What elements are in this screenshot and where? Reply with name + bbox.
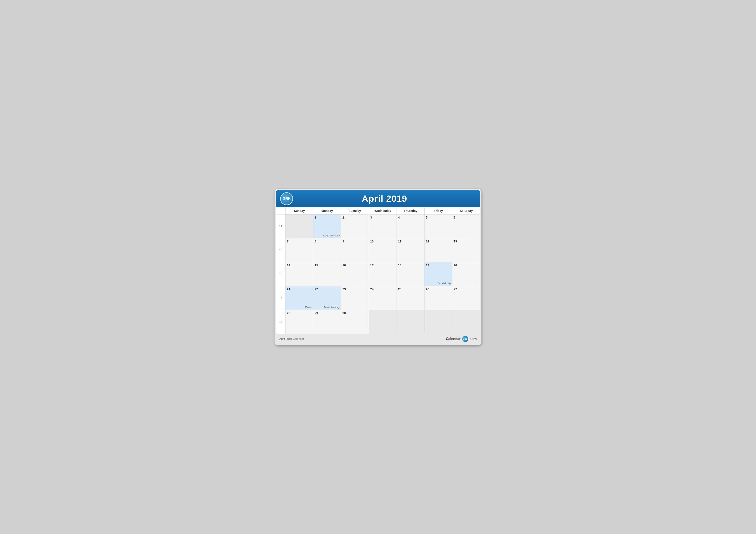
calendar-title: April 2019 xyxy=(293,193,476,204)
day-number: 17 xyxy=(370,264,374,267)
day-number: 7 xyxy=(287,240,288,243)
day-number: 25 xyxy=(398,288,401,291)
day-number: 11 xyxy=(398,240,401,243)
calendar-cell xyxy=(452,310,480,334)
footer-left-text: April 2019 Calendar xyxy=(279,337,304,341)
day-number: 10 xyxy=(370,240,374,243)
calendar-cell: 19Good Friday xyxy=(424,262,452,286)
holiday-label: Good Friday xyxy=(438,282,451,285)
calendar-cell: 28 xyxy=(285,310,313,334)
day-header-thursday: Thursday xyxy=(397,207,424,214)
logo-badge: 365 xyxy=(280,192,293,205)
day-header-saturday: Saturday xyxy=(452,207,480,214)
calendar-cell: 26 xyxy=(424,286,452,310)
calendar-cell: 4 xyxy=(397,215,424,238)
day-number: 2 xyxy=(342,216,344,219)
week-row: 16141516171819Good Friday20 xyxy=(276,262,480,286)
day-number: 1 xyxy=(315,216,316,219)
day-headers: SundayMondayTuesdayWednesdayThursdayFrid… xyxy=(276,207,480,215)
day-header-friday: Friday xyxy=(424,207,452,214)
day-number: 9 xyxy=(342,240,344,243)
calendar-cell: 17 xyxy=(369,262,397,286)
calendar-cell: 22Easter Monday xyxy=(313,286,341,310)
calendar-cell: 29 xyxy=(313,310,341,334)
calendar-cell: 25 xyxy=(397,286,424,310)
holiday-label: Easter Monday xyxy=(324,306,339,309)
day-number: 6 xyxy=(454,216,455,219)
calendar-cell: 21Easter xyxy=(285,286,313,310)
calendar-cell: 24 xyxy=(369,286,397,310)
day-number: 28 xyxy=(287,311,290,315)
week-number: 17 xyxy=(276,286,285,310)
holiday-label: Easter xyxy=(305,306,312,309)
calendar-inner: 365 April 2019 SundayMondayTuesdayWednes… xyxy=(276,190,480,334)
week-number: 15 xyxy=(276,238,285,262)
week-row: 1721Easter22Easter Monday2324252627 xyxy=(276,286,480,310)
holiday-label: April Fool's Day xyxy=(323,234,339,237)
day-number: 27 xyxy=(454,288,457,291)
calendar-cell: 15 xyxy=(313,262,341,286)
calendar-header: 365 April 2019 xyxy=(276,190,480,207)
day-number: 12 xyxy=(426,240,429,243)
calendar-cell: 8 xyxy=(313,238,341,262)
calendar-cell: 2 xyxy=(341,215,369,238)
calendar-cell: 10 xyxy=(369,238,397,262)
day-number: 22 xyxy=(315,288,318,291)
calendar-cell: 27 xyxy=(452,286,480,310)
day-number: 18 xyxy=(398,264,401,267)
calendar-cell: 1April Fool's Day xyxy=(313,215,341,238)
calendar-cell xyxy=(285,215,313,238)
day-header-wednesday: Wednesday xyxy=(369,207,397,214)
calendar-cell: 5 xyxy=(424,215,452,238)
calendar-cell: 20 xyxy=(452,262,480,286)
day-number: 26 xyxy=(426,288,429,291)
week-row: 141April Fool's Day23456 xyxy=(276,215,480,238)
calendar-cell: 11 xyxy=(397,238,424,262)
week-number: 16 xyxy=(276,262,285,286)
week-num-header-blank xyxy=(276,207,285,214)
day-number: 15 xyxy=(315,264,318,267)
calendar-wrapper: 365 April 2019 SundayMondayTuesdayWednes… xyxy=(275,189,481,345)
day-number: 19 xyxy=(426,264,429,267)
day-number: 8 xyxy=(315,240,316,243)
calendar-cell: 23 xyxy=(341,286,369,310)
day-number: 5 xyxy=(426,216,428,219)
day-number: 30 xyxy=(342,311,346,315)
day-number: 13 xyxy=(454,240,457,243)
calendar-cell: 14 xyxy=(285,262,313,286)
footer-brand-after: .com xyxy=(469,337,477,341)
calendar-cell: 9 xyxy=(341,238,369,262)
calendar-grid: 141April Fool's Day234561578910111213161… xyxy=(276,215,480,334)
week-row: 1578910111213 xyxy=(276,238,480,262)
day-number: 20 xyxy=(454,264,457,267)
day-number: 24 xyxy=(370,288,374,291)
day-number: 23 xyxy=(342,288,346,291)
day-header-monday: Monday xyxy=(313,207,341,214)
calendar-cell: 13 xyxy=(452,238,480,262)
calendar-cell: 30 xyxy=(341,310,369,334)
day-number: 4 xyxy=(398,216,400,219)
calendar-cell: 18 xyxy=(397,262,424,286)
calendar-cell xyxy=(424,310,452,334)
calendar-cell: 7 xyxy=(285,238,313,262)
day-number: 21 xyxy=(287,288,290,291)
day-header-sunday: Sunday xyxy=(285,207,313,214)
week-number: 18 xyxy=(276,310,285,334)
day-header-tuesday: Tuesday xyxy=(341,207,369,214)
week-row: 18282930 xyxy=(276,310,480,334)
calendar-cell xyxy=(397,310,424,334)
week-number: 14 xyxy=(276,215,285,238)
calendar-cell: 6 xyxy=(452,215,480,238)
day-number: 16 xyxy=(342,264,346,267)
day-number: 14 xyxy=(287,264,290,267)
calendar-cell: 16 xyxy=(341,262,369,286)
footer-brand: Calendar- 365 .com xyxy=(446,336,477,342)
day-number: 29 xyxy=(315,311,318,315)
footer-brand-circle: 365 xyxy=(462,336,468,342)
calendar-cell: 3 xyxy=(369,215,397,238)
calendar-cell: 12 xyxy=(424,238,452,262)
calendar-cell xyxy=(369,310,397,334)
day-number: 3 xyxy=(370,216,372,219)
footer-brand-before: Calendar- xyxy=(446,337,462,341)
calendar-footer: April 2019 Calendar Calendar- 365 .com xyxy=(276,334,480,344)
